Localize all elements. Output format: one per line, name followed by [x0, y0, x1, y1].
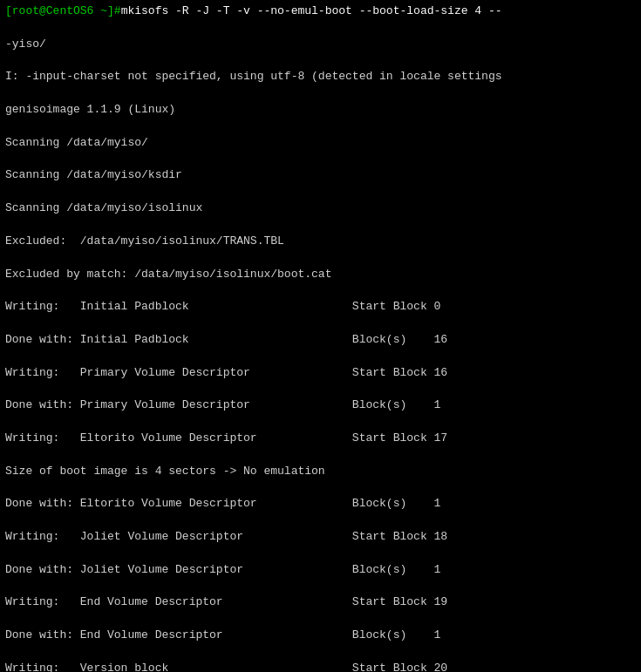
terminal-line: Scanning /data/myiso/: [5, 135, 636, 152]
terminal-line: genisoimage 1.1.9 (Linux): [5, 102, 636, 119]
terminal-line: Writing: Version block Start Block 20: [5, 661, 636, 672]
prompt: [root@CentOS6 ~]#: [5, 4, 121, 17]
terminal-line: I: -input-charset not specified, using u…: [5, 69, 636, 85]
terminal-line: Scanning /data/myiso/isolinux: [5, 200, 636, 217]
terminal-line: [root@CentOS6 ~]#mkisofs -R -J -T -v --n…: [5, 3, 636, 20]
terminal-line: Done with: Initial Padblock Block(s) 16: [5, 332, 636, 349]
terminal-line: Scanning /data/myiso/ksdir: [5, 167, 636, 184]
terminal-line: -yiso/: [5, 37, 636, 53]
terminal-line: Writing: Joliet Volume Descriptor Start …: [5, 529, 636, 546]
terminal-line: Writing: End Volume Descriptor Start Blo…: [5, 594, 636, 611]
terminal-line: Writing: Initial Padblock Start Block 0: [5, 299, 636, 316]
command: mkisofs -R -J -T -v --no-emul-boot --boo…: [121, 4, 502, 17]
terminal-line: Done with: End Volume Descriptor Block(s…: [5, 628, 636, 644]
terminal-line: Excluded: /data/myiso/isolinux/TRANS.TBL: [5, 234, 636, 250]
terminal-line: Size of boot image is 4 sectors -> No em…: [5, 464, 636, 480]
terminal-line: Done with: Joliet Volume Descriptor Bloc…: [5, 562, 636, 579]
terminal-line: Excluded by match: /data/myiso/isolinux/…: [5, 267, 636, 283]
terminal-line: Done with: Primary Volume Descriptor Blo…: [5, 397, 636, 414]
terminal-line: Writing: Eltorito Volume Descriptor Star…: [5, 431, 636, 447]
terminal-line: Writing: Primary Volume Descriptor Start…: [5, 365, 636, 382]
terminal-line: Done with: Eltorito Volume Descriptor Bl…: [5, 496, 636, 512]
terminal-window[interactable]: [root@CentOS6 ~]#mkisofs -R -J -T -v --n…: [0, 0, 641, 672]
